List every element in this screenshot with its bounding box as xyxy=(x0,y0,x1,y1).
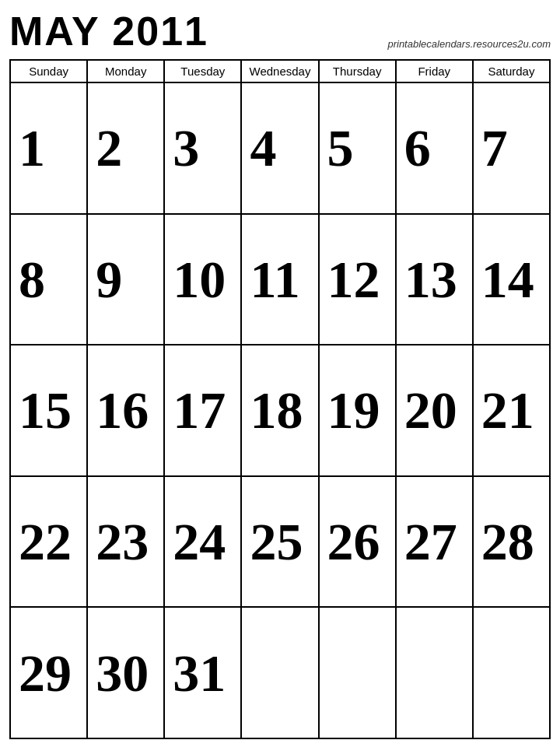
day-number: 28 xyxy=(481,515,534,568)
day-header: Saturday xyxy=(474,61,551,82)
day-number: 2 xyxy=(96,121,122,174)
day-cell: 17 xyxy=(165,345,242,475)
website-url: printablecalendars.resources2u.com xyxy=(387,38,551,54)
day-number: 4 xyxy=(250,121,276,174)
day-number: 25 xyxy=(250,515,303,568)
day-number: 14 xyxy=(481,253,534,306)
day-cell: 8 xyxy=(11,215,88,345)
day-number: 17 xyxy=(173,384,226,437)
day-number: 30 xyxy=(96,647,149,700)
day-cell: 22 xyxy=(11,477,88,607)
empty-cell xyxy=(397,608,474,738)
day-cell: 11 xyxy=(242,215,319,345)
day-number: 24 xyxy=(173,515,226,568)
day-cell: 7 xyxy=(474,83,551,213)
day-cell: 14 xyxy=(474,215,551,345)
day-number: 29 xyxy=(19,647,72,700)
day-cell: 16 xyxy=(88,345,165,475)
day-number: 31 xyxy=(173,647,226,700)
day-header: Thursday xyxy=(320,61,397,82)
day-cell: 13 xyxy=(397,215,474,345)
day-number: 11 xyxy=(250,253,299,306)
day-number: 1 xyxy=(19,121,45,174)
day-number: 23 xyxy=(96,515,149,568)
day-cell: 2 xyxy=(88,83,165,213)
week-row: 15161718192021 xyxy=(11,345,551,477)
day-number: 12 xyxy=(327,253,380,306)
day-header: Monday xyxy=(88,61,165,82)
day-number: 18 xyxy=(250,384,303,437)
calendar-grid: SundayMondayTuesdayWednesdayThursdayFrid… xyxy=(9,59,551,739)
day-number: 26 xyxy=(327,515,380,568)
day-number: 5 xyxy=(327,121,354,174)
day-cell: 6 xyxy=(397,83,474,213)
day-headers-row: SundayMondayTuesdayWednesdayThursdayFrid… xyxy=(11,61,551,83)
day-cell: 29 xyxy=(11,608,88,738)
day-cell: 18 xyxy=(242,345,319,475)
week-row: 891011121314 xyxy=(11,215,551,346)
day-number: 6 xyxy=(404,121,431,174)
day-cell: 24 xyxy=(165,477,242,607)
calendar-weeks: 1234567891011121314151617181920212223242… xyxy=(11,83,551,739)
day-number: 27 xyxy=(404,515,457,568)
day-header: Friday xyxy=(397,61,474,82)
day-cell: 1 xyxy=(11,83,88,213)
day-number: 9 xyxy=(96,253,122,306)
day-number: 16 xyxy=(96,384,149,437)
day-cell: 30 xyxy=(88,608,165,738)
day-header: Wednesday xyxy=(242,61,319,82)
day-number: 22 xyxy=(19,515,72,568)
day-cell: 21 xyxy=(474,345,551,475)
day-number: 21 xyxy=(481,384,534,437)
empty-cell xyxy=(474,608,551,738)
empty-cell xyxy=(242,608,319,738)
day-number: 3 xyxy=(173,121,199,174)
day-number: 7 xyxy=(481,121,508,174)
day-cell: 5 xyxy=(320,83,397,213)
day-cell: 27 xyxy=(397,477,474,607)
day-number: 13 xyxy=(404,253,457,306)
week-row: 1234567 xyxy=(11,83,551,215)
day-cell: 26 xyxy=(320,477,397,607)
calendar-header: MAY 2011 printablecalendars.resources2u.… xyxy=(9,8,551,59)
day-header: Sunday xyxy=(11,61,88,82)
day-cell: 25 xyxy=(242,477,319,607)
month-title: MAY 2011 xyxy=(9,8,208,54)
day-cell: 12 xyxy=(320,215,397,345)
day-number: 15 xyxy=(19,384,72,437)
day-number: 19 xyxy=(327,384,380,437)
empty-cell xyxy=(320,608,397,738)
day-number: 8 xyxy=(19,253,45,306)
day-header: Tuesday xyxy=(165,61,242,82)
day-cell: 4 xyxy=(242,83,319,213)
day-cell: 19 xyxy=(320,345,397,475)
week-row: 293031 xyxy=(11,608,551,739)
day-number: 20 xyxy=(404,384,457,437)
day-cell: 31 xyxy=(165,608,242,738)
day-cell: 28 xyxy=(474,477,551,607)
day-number: 10 xyxy=(173,253,226,306)
day-cell: 3 xyxy=(165,83,242,213)
calendar-page: MAY 2011 printablecalendars.resources2u.… xyxy=(0,0,560,747)
day-cell: 20 xyxy=(397,345,474,475)
day-cell: 15 xyxy=(11,345,88,475)
day-cell: 9 xyxy=(88,215,165,345)
day-cell: 23 xyxy=(88,477,165,607)
day-cell: 10 xyxy=(165,215,242,345)
week-row: 22232425262728 xyxy=(11,477,551,608)
